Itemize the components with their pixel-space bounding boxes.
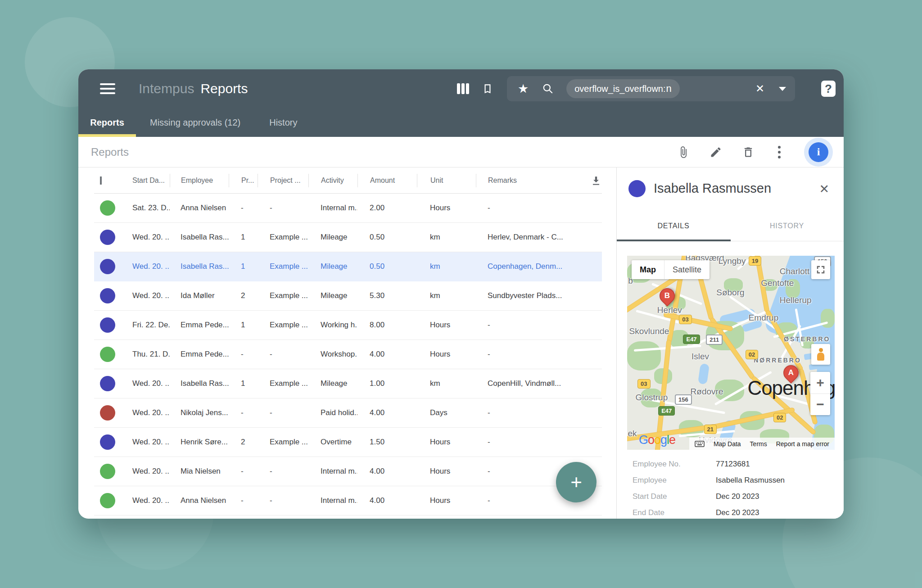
table-row[interactable]: Thu. 21. D...Emma Pede...--Workshop...4.…	[94, 340, 602, 369]
menu-icon[interactable]	[100, 83, 115, 94]
nav-tab-missing-approvals-12[interactable]: Missing approvals (12)	[141, 118, 249, 128]
map-label-islev: Islev	[692, 352, 709, 362]
cell-amount: 0.50	[357, 233, 417, 242]
keyboard-icon[interactable]	[695, 441, 705, 447]
map-data-link[interactable]: Map Data	[714, 440, 741, 448]
map-type-satellite-button[interactable]: Satellite	[664, 260, 710, 279]
table-row-selected[interactable]: Wed. 20. ...Isabella Ras...1Example ...M…	[94, 252, 602, 281]
add-report-fab[interactable]: +	[556, 462, 597, 502]
cell-project: Example ...	[258, 233, 308, 242]
route-badge-e47: E47	[683, 335, 700, 344]
report-map-error-link[interactable]: Report a map error	[776, 440, 829, 448]
detail-row: Start DateDec 20 2023	[617, 488, 844, 505]
detail-label: Employee	[617, 476, 716, 485]
cell-unit: Hours	[417, 204, 476, 213]
table-row[interactable]: Wed. 20. ...Anna Nielsen--Internal m...4…	[94, 486, 602, 516]
cell-priority: 2	[229, 438, 258, 447]
map-label-charlott: Charlott	[780, 267, 810, 276]
map-view[interactable]: BagsværdLyngbyCharlottGentofteSøborgHell…	[627, 256, 835, 450]
cell-remarks: -	[476, 321, 583, 330]
map-type-map-button[interactable]: Map	[632, 260, 664, 279]
cell-project: -	[258, 204, 308, 213]
zoom-out-button[interactable]: −	[810, 394, 830, 416]
cell-activity: Working h...	[308, 321, 357, 330]
column-header-remarks[interactable]: Remarks	[476, 174, 583, 187]
cell-project: Example ...	[258, 321, 308, 330]
bookmark-icon[interactable]	[482, 82, 493, 95]
cell-employee: Isabella Ras...	[170, 379, 229, 388]
table-row[interactable]: Wed. 20. ...Henrik Søre...2Example ...Ov…	[94, 428, 602, 457]
table-row[interactable]: Wed. 20. ...Isabella Ras...1Example ...M…	[94, 223, 602, 252]
column-header-start-date[interactable]: Start Da...	[132, 176, 170, 185]
select-all-checkbox[interactable]	[100, 176, 102, 185]
map-label-herlev: Herlev	[657, 305, 682, 315]
status-dot-blue	[100, 230, 115, 245]
cell-activity: Internal m...	[308, 496, 357, 505]
cell-unit: Hours	[417, 321, 476, 330]
column-header-priority[interactable]: Pr...	[229, 174, 258, 187]
favorite-filter-icon[interactable]: ★	[518, 83, 529, 95]
status-dot-blue	[100, 434, 115, 450]
cell-priority: 1	[229, 233, 258, 242]
detail-label: Employee No.	[617, 460, 716, 469]
cell-priority: -	[229, 467, 258, 476]
search-icon[interactable]	[542, 83, 554, 95]
attachment-icon[interactable]	[677, 146, 690, 158]
cell-remarks: Herlev, Denmark - C...	[476, 233, 583, 242]
map-label-gentofte: Gentofte	[761, 278, 794, 288]
cell-remarks: -	[476, 350, 583, 359]
map-label-emdrup: Emdrup	[749, 313, 779, 323]
cell-project: -	[258, 408, 308, 417]
info-button[interactable]: i	[804, 138, 833, 167]
pegman-icon[interactable]	[811, 344, 830, 365]
cell-amount: 4.00	[357, 350, 417, 359]
column-header-unit[interactable]: Unit	[417, 174, 476, 187]
cell-unit: km	[417, 233, 476, 242]
fullscreen-icon[interactable]	[811, 260, 830, 279]
zoom-in-button[interactable]: +	[810, 372, 830, 394]
column-header-employee[interactable]: Employee	[170, 174, 229, 187]
search-typed-text: n	[666, 83, 672, 95]
google-logo: Google	[639, 433, 675, 447]
cell-project: Example ...	[258, 262, 308, 271]
search-filter-chip[interactable]: overflow_is_overflown:n	[566, 79, 680, 98]
search-bar[interactable]: ★ overflow_is_overflown:n ✕	[507, 76, 795, 101]
table-row[interactable]: Sat. 23. D...Anna Nielsen--Internal m...…	[94, 194, 602, 223]
cell-unit: Days	[417, 408, 476, 417]
app-title: Intempus Reports	[139, 81, 248, 96]
column-header-activity[interactable]: Activity	[308, 174, 357, 187]
table-row[interactable]: Wed. 20. ...Mia Nielsen--Internal m...4.…	[94, 457, 602, 486]
clear-search-icon[interactable]: ✕	[755, 82, 764, 95]
cell-remarks: -	[476, 204, 583, 213]
delete-icon[interactable]	[742, 146, 755, 158]
download-icon[interactable]	[590, 175, 602, 186]
more-options-icon[interactable]	[774, 146, 784, 158]
columns-view-icon[interactable]	[457, 83, 469, 94]
tab-details[interactable]: DETAILS	[617, 211, 730, 241]
table-row[interactable]: Wed. 20. ...Isabella Ras...1Example ...M…	[94, 369, 602, 398]
table-row[interactable]: Fri. 22. De...Emma Pede...1Example ...Wo…	[94, 311, 602, 340]
search-dropdown-caret-icon[interactable]	[779, 87, 786, 91]
column-header-project[interactable]: Project ...	[258, 174, 308, 187]
table-row[interactable]: Wed. 20. ...Nikolaj Jens...--Paid holid.…	[94, 398, 602, 428]
help-button[interactable]: ?	[821, 81, 836, 97]
cell-employee: Emma Pede...	[170, 321, 229, 330]
map-label-nørrebro: NØRREBRO	[754, 357, 801, 364]
cell-employee: Emma Pede...	[170, 350, 229, 359]
cell-start-date: Wed. 20. ...	[132, 233, 170, 242]
cell-activity: Internal m...	[308, 467, 357, 476]
close-icon[interactable]: ✕	[819, 182, 829, 196]
column-header-amount[interactable]: Amount	[357, 174, 417, 187]
nav-tab-history[interactable]: History	[261, 118, 306, 128]
terms-link[interactable]: Terms	[750, 440, 767, 448]
cell-remarks: Copenhagen, Denm...	[476, 262, 583, 271]
edit-icon[interactable]	[710, 146, 722, 158]
nav-tab-reports[interactable]: Reports	[78, 118, 136, 128]
tab-history[interactable]: HISTORY	[730, 211, 844, 241]
route-badge-211: 211	[706, 335, 723, 345]
cell-unit: Hours	[417, 438, 476, 447]
app-header: Intempus Reports ★ overflow_is_overflown…	[78, 69, 844, 108]
table-row[interactable]: Wed. 20. ...Ida Møller2Example ...Mileag…	[94, 281, 602, 311]
map-label-glostrup: Glostrup	[635, 393, 668, 403]
cell-remarks: Sundbyvester Plads...	[476, 291, 583, 300]
